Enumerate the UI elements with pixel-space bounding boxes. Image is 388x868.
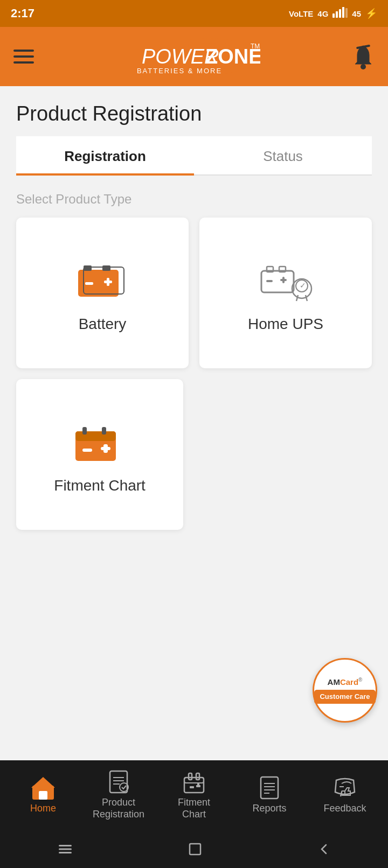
svg-rect-41 — [110, 771, 127, 793]
tab-status[interactable]: Status — [194, 136, 372, 174]
nav-label-product-registration: Product Registration — [93, 797, 144, 820]
battery-icon: 45 — [352, 9, 361, 18]
main-content: Product Registration Registration Status… — [0, 86, 388, 530]
svg-rect-2 — [339, 9, 341, 18]
android-back-icon — [316, 842, 331, 857]
battery-icon — [75, 259, 129, 305]
vo-lte-icon: VoLTE — [289, 9, 313, 18]
nav-item-product-registration[interactable]: Product Registration — [81, 770, 156, 820]
tab-bar: Registration Status — [16, 136, 372, 176]
svg-rect-1 — [336, 11, 338, 18]
android-menu-icon — [57, 843, 74, 856]
time: 2:17 — [11, 6, 34, 20]
svg-rect-23 — [266, 280, 273, 282]
charging-icon: ⚡ — [365, 8, 377, 19]
nav-item-reports[interactable]: Reports — [232, 776, 307, 815]
svg-rect-40 — [39, 791, 47, 800]
reports-nav-icon — [257, 776, 282, 800]
svg-rect-46 — [184, 778, 204, 793]
svg-line-28 — [296, 295, 298, 301]
product-card-ups-label: Home UPS — [248, 316, 323, 333]
svg-rect-15 — [102, 265, 110, 271]
svg-rect-18 — [107, 278, 109, 286]
home-nav-icon — [30, 776, 56, 800]
android-navigation-bar — [0, 830, 388, 868]
customer-care-label-bg: Customer Care — [314, 690, 375, 704]
android-back-button[interactable] — [316, 842, 331, 857]
svg-rect-61 — [59, 849, 72, 850]
android-home-icon — [188, 842, 203, 857]
customer-care-logo: AMCard® — [328, 677, 363, 687]
app-header: POWER ZONE TM BATTERIES & MORE — [0, 27, 388, 86]
product-card-battery[interactable]: Battery — [16, 218, 189, 368]
nav-label-reports: Reports — [252, 803, 286, 815]
svg-rect-50 — [190, 786, 194, 788]
product-grid-row-1: Battery ✓ — [16, 218, 372, 368]
svg-rect-20 — [261, 271, 294, 292]
page-title: Product Registration — [16, 102, 372, 125]
svg-text:BATTERIES & MORE: BATTERIES & MORE — [137, 67, 222, 75]
ups-icon: ✓ — [259, 259, 313, 305]
svg-rect-34 — [102, 427, 106, 435]
customer-care-label: Customer Care — [320, 692, 370, 701]
fitment-chart-nav-icon — [181, 770, 207, 794]
svg-rect-63 — [190, 844, 200, 855]
svg-rect-0 — [332, 13, 335, 18]
nav-item-feedback[interactable]: Feedback — [307, 776, 383, 815]
nav-label-feedback: Feedback — [323, 803, 366, 815]
app-logo: POWER ZONE TM BATTERIES & MORE — [126, 37, 260, 77]
svg-rect-62 — [59, 852, 72, 853]
product-card-battery-label: Battery — [79, 316, 127, 333]
fitment-chart-icon — [73, 421, 127, 466]
svg-marker-39 — [31, 777, 55, 788]
svg-text:TM: TM — [251, 43, 260, 50]
hamburger-line-2 — [13, 55, 34, 58]
section-label: Select Product Type — [16, 192, 372, 207]
feedback-nav-icon — [332, 776, 358, 800]
powerzone-logo-svg: POWER ZONE TM BATTERIES & MORE — [126, 37, 260, 77]
nav-item-fitment-chart[interactable]: Fitment Chart — [156, 770, 232, 820]
status-bar-right: VoLTE 4G 45 ⚡ — [289, 7, 377, 20]
android-menu-button[interactable] — [57, 843, 74, 856]
signal-bars-icon — [332, 7, 348, 20]
svg-rect-47 — [184, 778, 204, 783]
nav-label-fitment-chart: Fitment Chart — [178, 797, 210, 820]
bottom-navigation: Home Product Registration Fitment Chart — [0, 760, 388, 830]
svg-rect-52 — [197, 783, 199, 787]
svg-line-29 — [306, 295, 307, 301]
svg-rect-37 — [103, 444, 108, 453]
svg-rect-33 — [82, 427, 87, 435]
status-bar-left: 2:17 — [11, 6, 34, 20]
svg-rect-3 — [342, 7, 344, 18]
product-card-fitment-label: Fitment Chart — [54, 477, 146, 494]
svg-rect-53 — [261, 777, 278, 799]
customer-care-button[interactable]: AMCard® Customer Care — [313, 658, 377, 723]
svg-rect-48 — [189, 773, 192, 780]
product-card-home-ups[interactable]: ✓ Home UPS — [199, 218, 372, 368]
notification-bell-icon[interactable] — [352, 44, 375, 69]
hamburger-line-3 — [13, 61, 34, 64]
hamburger-menu[interactable] — [13, 50, 34, 64]
svg-rect-32 — [75, 431, 116, 441]
svg-rect-60 — [59, 845, 72, 846]
nav-label-home: Home — [30, 803, 56, 815]
svg-rect-49 — [196, 773, 199, 780]
product-card-fitment[interactable]: Fitment Chart — [16, 379, 183, 530]
svg-rect-14 — [84, 265, 92, 271]
svg-rect-16 — [85, 282, 93, 285]
nav-item-home[interactable]: Home — [5, 776, 81, 815]
android-home-button[interactable] — [188, 842, 203, 857]
svg-rect-35 — [82, 449, 92, 452]
svg-text:✓: ✓ — [300, 281, 306, 290]
tab-registration[interactable]: Registration — [16, 136, 194, 174]
hamburger-line-1 — [13, 50, 34, 52]
svg-point-11 — [361, 64, 366, 69]
product-grid-row-2: Fitment Chart — [16, 379, 372, 530]
signal-4g-icon: 4G — [317, 9, 328, 18]
svg-rect-4 — [345, 8, 348, 18]
status-bar: 2:17 VoLTE 4G 45 ⚡ — [0, 0, 388, 27]
product-registration-nav-icon — [106, 770, 131, 794]
svg-rect-25 — [282, 277, 285, 283]
